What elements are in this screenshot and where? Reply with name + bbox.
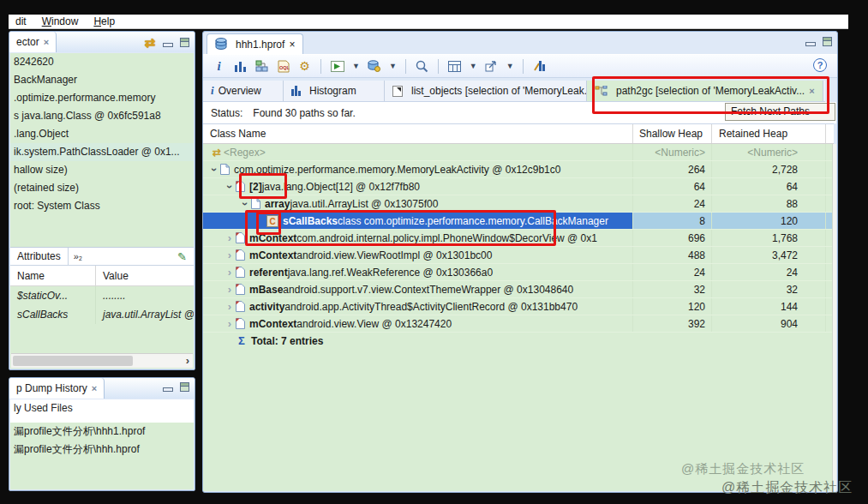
tooltip-fetch-next-paths[interactable]: Fetch Next Paths bbox=[725, 103, 835, 121]
customize-icon[interactable]: ⚙ bbox=[297, 58, 312, 75]
tab-attributes[interactable]: Attributes bbox=[10, 248, 69, 265]
expander-expanded-icon[interactable]: › bbox=[236, 198, 254, 210]
expander-collapsed-icon[interactable]: › bbox=[224, 281, 236, 297]
horizontal-scrollbar[interactable]: › bbox=[11, 353, 193, 368]
attribute-row[interactable]: sCallBacks java.util.ArrayList @ 0 bbox=[10, 305, 194, 324]
dropdown-caret-icon[interactable]: ▼ bbox=[389, 62, 397, 70]
search-icon[interactable] bbox=[415, 58, 429, 75]
watermark: @稀土掘金技术社区 bbox=[681, 461, 805, 477]
expander-collapsed-icon[interactable]: › bbox=[224, 264, 236, 280]
dropdown-caret-icon[interactable]: ▼ bbox=[506, 62, 514, 70]
expander-expanded-icon[interactable]: › bbox=[221, 181, 238, 193]
column-shallow-heap[interactable]: Shallow Heap bbox=[632, 124, 711, 143]
close-icon[interactable]: × bbox=[809, 86, 814, 96]
close-icon[interactable]: × bbox=[92, 383, 97, 393]
toolbar-separator bbox=[438, 59, 439, 74]
attribute-value: ........ bbox=[96, 286, 194, 305]
tab-overview[interactable]: i Overview bbox=[203, 81, 284, 101]
column-retained-heap[interactable]: Retained Heap bbox=[711, 124, 825, 143]
dominator-tree-icon[interactable] bbox=[254, 58, 269, 75]
object-icon bbox=[236, 284, 245, 295]
column-class-name[interactable]: Class Name bbox=[203, 124, 632, 143]
total-row: › Σ Total: 7 entries bbox=[203, 333, 834, 350]
regex-filter-field[interactable]: <Regex> bbox=[224, 144, 266, 160]
minimize-icon[interactable] bbox=[805, 38, 815, 45]
table-row[interactable]: › mContext android.view.View @ 0x1324742… bbox=[203, 315, 834, 333]
scroll-right-icon[interactable]: › bbox=[186, 354, 189, 367]
numeric-filter-field[interactable]: <Numeric> bbox=[711, 144, 825, 160]
minimize-icon[interactable] bbox=[163, 39, 172, 46]
table-row[interactable]: › array java.util.ArrayList @ 0x13075f00… bbox=[203, 195, 834, 213]
tab-histogram[interactable]: Histogram bbox=[284, 81, 385, 101]
menu-bar: dit Window Help bbox=[9, 15, 848, 29]
sigma-icon: Σ bbox=[236, 333, 248, 350]
table-row[interactable]: › [2] java.lang.Object[12] @ 0x12f7fb80 … bbox=[203, 178, 834, 195]
expander-expanded-icon[interactable]: › bbox=[206, 164, 223, 176]
run-report-icon[interactable] bbox=[330, 58, 344, 75]
info-icon: i bbox=[211, 84, 214, 98]
inspector-row[interactable]: hallow size) bbox=[10, 161, 194, 179]
class-icon: C bbox=[266, 215, 278, 227]
inspector-tab[interactable]: ector × bbox=[9, 32, 57, 52]
table-row[interactable]: › com.optimize.performance.memory.Memory… bbox=[203, 161, 834, 178]
compare-icon[interactable] bbox=[532, 58, 547, 75]
dropdown-caret-icon[interactable]: ▼ bbox=[470, 62, 477, 70]
heap-dump-history-panel: p Dump History × ly Used Files 漏profile文… bbox=[9, 377, 195, 491]
info-icon[interactable]: i bbox=[212, 58, 226, 75]
export-icon[interactable] bbox=[484, 58, 499, 75]
history-body: ly Used Files 漏profile文件分析\hhh1.hprof 漏p… bbox=[10, 399, 194, 489]
link-with-snapshot-icon[interactable]: ⇄ bbox=[144, 36, 155, 49]
histogram-icon bbox=[291, 86, 301, 96]
histogram-icon[interactable] bbox=[233, 58, 248, 75]
menu-edit[interactable]: dit bbox=[15, 15, 27, 27]
column-name[interactable]: Name bbox=[10, 266, 96, 285]
tab-path2gc[interactable]: path2gc [selection of 'MemoryLeakActiv..… bbox=[587, 81, 823, 101]
tab-list-objects[interactable]: list_objects [selection of 'MemoryLeak..… bbox=[385, 81, 587, 101]
calculator-icon[interactable] bbox=[447, 58, 462, 75]
path2gc-tree-icon bbox=[595, 86, 608, 96]
heap-settings-icon[interactable] bbox=[367, 58, 381, 75]
table-row-selected[interactable]: › C sCallBacks class com.optimize.perfor… bbox=[203, 213, 834, 230]
inspector-row[interactable]: root: System Class bbox=[10, 197, 194, 215]
inspector-row[interactable]: .optimize.performance.memory bbox=[10, 89, 194, 107]
close-icon[interactable]: × bbox=[289, 39, 295, 51]
menu-help[interactable]: Help bbox=[93, 15, 115, 27]
inspector-row[interactable]: ik.system.PathClassLoader @ 0x1... bbox=[10, 143, 194, 161]
table-row[interactable]: › mBase android.support.v7.view.ContextT… bbox=[203, 281, 834, 298]
oql-icon[interactable]: OQL bbox=[276, 58, 290, 75]
scrollbar-thumb[interactable] bbox=[13, 356, 133, 366]
numeric-filter-field[interactable]: <Numeric> bbox=[632, 144, 711, 160]
inspector-row[interactable]: 8242620 bbox=[10, 53, 194, 71]
dropdown-caret-icon[interactable]: ▼ bbox=[352, 62, 360, 70]
table-row[interactable]: › mContext com.android.internal.policy.i… bbox=[203, 230, 834, 247]
table-row[interactable]: › activity android.app.ActivityThread$Ac… bbox=[203, 298, 834, 315]
attributes-table: $staticOv... ........ sCallBacks java.ut… bbox=[10, 286, 194, 351]
vertical-scrollbar[interactable] bbox=[832, 144, 836, 491]
filter-row[interactable]: ⇄ <Regex> <Numeric> <Numeric> bbox=[203, 144, 834, 161]
editor-tab-hhh1[interactable]: hhh1.hprof × bbox=[207, 33, 303, 54]
help-icon[interactable]: ? bbox=[813, 58, 827, 72]
history-tab[interactable]: p Dump History × bbox=[9, 378, 105, 399]
inspector-row[interactable]: (retained size) bbox=[10, 179, 194, 197]
attribute-row[interactable]: $staticOv... ........ bbox=[10, 286, 194, 305]
attribute-value: java.util.ArrayList @ 0 bbox=[96, 305, 194, 324]
expander-collapsed-icon[interactable]: › bbox=[224, 315, 236, 332]
menu-window[interactable]: Window bbox=[42, 15, 79, 27]
minimize-icon[interactable] bbox=[163, 383, 172, 391]
hidden-tabs-badge[interactable]: »₂ bbox=[69, 251, 87, 261]
maximize-icon[interactable] bbox=[180, 38, 189, 47]
maximize-icon[interactable] bbox=[180, 382, 189, 392]
column-value[interactable]: Value bbox=[96, 266, 194, 285]
expander-collapsed-icon[interactable]: › bbox=[224, 298, 236, 315]
close-icon[interactable]: × bbox=[44, 37, 49, 47]
inspector-row[interactable]: s java.lang.Class @ 0x6fc591a8 bbox=[10, 107, 194, 125]
history-file-item[interactable]: 漏profile文件分析\hhh.hprof bbox=[10, 441, 194, 459]
inspector-row[interactable]: .lang.Object bbox=[10, 125, 194, 143]
expander-collapsed-icon[interactable]: › bbox=[224, 230, 236, 246]
table-row[interactable]: › mContext android.view.ViewRootImpl @ 0… bbox=[203, 247, 834, 264]
expander-collapsed-icon[interactable]: › bbox=[224, 247, 236, 263]
inspector-row[interactable]: BackManager bbox=[10, 71, 194, 89]
maximize-icon[interactable] bbox=[823, 37, 832, 46]
history-file-item[interactable]: 漏profile文件分析\hhh1.hprof bbox=[10, 423, 194, 441]
table-row[interactable]: › referent java.lang.ref.WeakReference @… bbox=[203, 264, 834, 281]
